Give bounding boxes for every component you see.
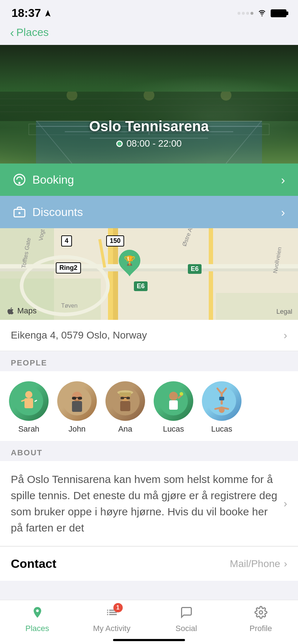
person-item[interactable]: Lucas: [152, 381, 195, 434]
places-icon: [31, 606, 44, 622]
svg-rect-49: [126, 397, 130, 399]
discounts-button-content: Discounts: [13, 206, 83, 219]
chevron-left-icon: ‹: [10, 26, 14, 38]
people-title: PEOPLE: [11, 358, 47, 367]
venue-hours: 08:00 - 22:00: [116, 138, 181, 149]
people-section-header: PEOPLE: [0, 351, 298, 371]
social-tab-label: Social: [176, 624, 197, 633]
booking-icon: [13, 173, 26, 186]
venue-pin: 🏆: [119, 250, 143, 274]
tab-bar: Places 1 My Activity Social Profile: [0, 600, 298, 644]
svg-rect-41: [72, 397, 76, 400]
person-name: Lucas: [163, 424, 184, 434]
svg-rect-28: [209, 228, 213, 320]
about-chevron-icon: ›: [284, 497, 287, 510]
booking-button[interactable]: Booking ›: [0, 164, 298, 196]
profile-tab-label: Profile: [249, 624, 272, 633]
booking-label: Booking: [32, 173, 74, 187]
about-text: På Oslo Tennisarena kan hvem som helst k…: [11, 471, 280, 536]
back-label: Places: [16, 26, 49, 38]
contact-right: Mail/Phone ›: [230, 558, 287, 570]
home-indicator: [113, 639, 185, 641]
person-item[interactable]: Lucas: [200, 381, 243, 434]
places-tab-label: Places: [25, 624, 49, 633]
svg-point-18: [18, 182, 21, 184]
contact-chevron-icon: ›: [284, 558, 287, 570]
person-avatar: [105, 381, 145, 421]
discounts-button[interactable]: Discounts ›: [0, 196, 298, 228]
map-toven-label: Tøven: [61, 303, 77, 309]
svg-rect-30: [0, 268, 298, 271]
person-name: Ana: [118, 424, 132, 434]
back-bar: ‹ Places: [0, 23, 298, 45]
booking-chevron-icon: ›: [281, 173, 285, 187]
svg-rect-29: [0, 264, 298, 268]
map[interactable]: 150 Ring2 4 E6 E6 🏆 Vogt Tofftes Gate Øs…: [0, 228, 298, 320]
person-avatar: [57, 381, 97, 421]
legal-text: Legal: [276, 308, 292, 316]
svg-rect-47: [119, 392, 131, 396]
person-avatar: [9, 381, 49, 421]
e6-badge-2: E6: [188, 264, 202, 274]
profile-icon: [254, 606, 267, 622]
person-name: John: [68, 424, 86, 434]
person-item[interactable]: Ana: [104, 381, 147, 434]
signal-icon: [238, 12, 253, 15]
person-item[interactable]: Sarah: [7, 381, 50, 434]
address-row[interactable]: Eikenga 4, 0579 Oslo, Norway ›: [0, 320, 298, 351]
navigation-icon: [44, 9, 52, 17]
person-name: Lucas: [211, 424, 232, 434]
svg-point-34: [25, 391, 32, 398]
svg-rect-25: [216, 293, 298, 320]
status-time: 18:37: [12, 6, 41, 20]
svg-rect-51: [120, 401, 130, 411]
road-150-badge: 150: [106, 235, 124, 247]
tab-places[interactable]: Places: [0, 606, 74, 633]
svg-point-53: [169, 392, 178, 400]
battery-icon: [271, 9, 286, 17]
svg-rect-64: [219, 397, 224, 400]
tab-my-activity[interactable]: 1 My Activity: [74, 606, 149, 633]
person-avatar: [154, 381, 193, 421]
contact-row[interactable]: Contact Mail/Phone ›: [0, 546, 298, 581]
my-activity-icon: 1: [105, 606, 118, 622]
about-content[interactable]: På Oslo Tennisarena kan hvem som helst k…: [0, 461, 298, 546]
ring2-badge: Ring2: [56, 262, 81, 273]
person-avatar: [202, 381, 241, 421]
svg-point-65: [259, 611, 262, 614]
address-chevron-icon: ›: [284, 329, 287, 341]
people-list: Sarah John: [0, 371, 298, 441]
booking-button-content: Booking: [13, 173, 74, 187]
maps-logo: Maps: [6, 306, 37, 316]
about-section-header: ABOUT: [0, 441, 298, 461]
person-item[interactable]: John: [55, 381, 99, 434]
svg-rect-40: [72, 401, 82, 412]
map-illustration: [0, 228, 298, 320]
road-4-badge: 4: [61, 235, 72, 247]
person-name: Sarah: [18, 424, 40, 434]
discounts-label: Discounts: [32, 206, 83, 219]
status-icons: [238, 8, 286, 18]
svg-rect-42: [78, 397, 82, 400]
status-bar: 18:37: [0, 0, 298, 23]
my-activity-tab-label: My Activity: [93, 624, 131, 633]
svg-point-56: [180, 392, 183, 396]
contact-method: Mail/Phone: [230, 558, 280, 570]
tab-profile[interactable]: Profile: [224, 606, 298, 633]
social-icon: [180, 606, 193, 622]
back-button[interactable]: ‹ Places: [10, 26, 288, 38]
about-title: ABOUT: [11, 448, 42, 457]
discounts-icon: [13, 206, 26, 218]
hero-image: Oslo Tennisarena 08:00 - 22:00: [0, 45, 298, 164]
open-indicator: [116, 141, 123, 147]
e6-badge-1: E6: [134, 281, 148, 291]
discounts-chevron-icon: ›: [281, 205, 285, 219]
activity-badge: 1: [113, 603, 123, 612]
venue-title: Oslo Tennisarena: [89, 118, 209, 134]
address-text: Eikenga 4, 0579 Oslo, Norway: [11, 330, 147, 341]
wifi-icon: [257, 8, 267, 18]
tab-social[interactable]: Social: [149, 606, 224, 633]
contact-label: Contact: [11, 557, 57, 571]
svg-rect-54: [169, 400, 178, 410]
svg-rect-48: [121, 397, 124, 399]
